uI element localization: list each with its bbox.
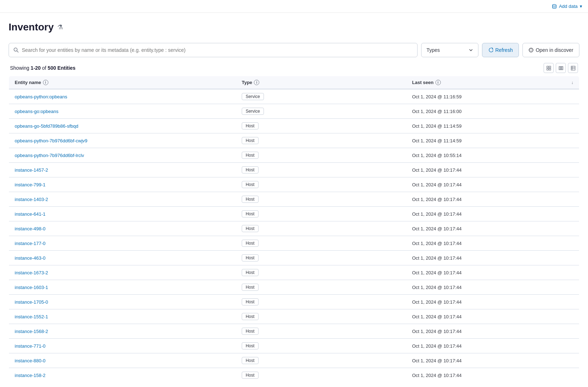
entity-name-info-icon[interactable]: i xyxy=(43,80,48,85)
types-label: Types xyxy=(426,47,440,53)
chevron-down-icon: ▾ xyxy=(580,4,582,9)
entity-name-link[interactable]: instance-1552-1 xyxy=(15,314,48,319)
last-seen-cell: Oct 1, 2024 @ 10:17:44 xyxy=(406,177,565,192)
entity-name-link[interactable]: instance-1457-2 xyxy=(15,167,48,173)
entity-name-link[interactable]: instance-158-2 xyxy=(15,373,45,378)
svg-rect-12 xyxy=(549,68,551,70)
table-row: instance-1403-2HostOct 1, 2024 @ 10:17:4… xyxy=(9,192,579,207)
lastseen-info-icon[interactable]: i xyxy=(435,80,441,85)
entity-name-link[interactable]: instance-771-0 xyxy=(15,343,45,349)
entity-name-link[interactable]: opbeans-go:opbeans xyxy=(15,109,58,114)
top-bar: Add data ▾ xyxy=(0,0,588,13)
entity-name-link[interactable]: instance-641-1 xyxy=(15,211,45,217)
svg-rect-11 xyxy=(547,68,549,70)
entity-name-link[interactable]: instance-1705-0 xyxy=(15,299,48,305)
entity-name-cell: instance-799-1 xyxy=(9,177,236,192)
entity-name-link[interactable]: instance-1673-2 xyxy=(15,270,48,275)
refresh-icon xyxy=(488,48,493,53)
entity-type-cell: Host xyxy=(236,133,406,148)
table-header: Entity name i Type i Last seen i xyxy=(9,76,579,89)
entity-name-link[interactable]: opbeans-python-7b976dd6bf-cwjv9 xyxy=(15,138,87,143)
svg-point-4 xyxy=(531,50,531,50)
showing-prefix: Showing xyxy=(10,65,31,71)
table-row: instance-799-1HostOct 1, 2024 @ 10:17:44 xyxy=(9,177,579,192)
grid-view-button[interactable] xyxy=(544,63,554,73)
entity-name-cell: opbeans-go-5bfd789b86-sfbqd xyxy=(9,119,236,133)
type-badge: Host xyxy=(242,240,259,247)
table-body: opbeans-python:opbeansServiceOct 1, 2024… xyxy=(9,89,579,383)
entity-name-cell: instance-1705-0 xyxy=(9,295,236,309)
search-input[interactable] xyxy=(22,47,413,53)
type-badge: Host xyxy=(242,152,259,159)
entity-name-cell: instance-158-2 xyxy=(9,368,236,383)
entity-type-cell: Host xyxy=(236,368,406,383)
entity-type-cell: Host xyxy=(236,207,406,221)
last-seen-cell: Oct 1, 2024 @ 10:17:44 xyxy=(406,192,565,207)
table-row: instance-1552-1HostOct 1, 2024 @ 10:17:4… xyxy=(9,309,579,324)
table-row: instance-1457-2HostOct 1, 2024 @ 10:17:4… xyxy=(9,163,579,177)
type-badge: Host xyxy=(242,137,259,144)
col-header-sort[interactable]: ↓ xyxy=(565,76,579,89)
search-container[interactable] xyxy=(9,43,418,57)
row-actions-cell xyxy=(565,133,579,148)
table-row: instance-1568-2HostOct 1, 2024 @ 10:17:4… xyxy=(9,324,579,339)
row-actions-cell xyxy=(565,236,579,251)
row-actions-cell xyxy=(565,295,579,309)
entity-type-cell: Host xyxy=(236,265,406,280)
last-seen-cell: Oct 1, 2024 @ 10:17:44 xyxy=(406,339,565,353)
entity-name-link[interactable]: instance-177-0 xyxy=(15,241,45,246)
type-badge: Service xyxy=(242,108,264,115)
add-data-button[interactable]: Add data ▾ xyxy=(552,4,582,9)
list-view-button[interactable] xyxy=(568,63,578,73)
open-in-discover-button[interactable]: Open in discover xyxy=(522,43,579,57)
compass-icon xyxy=(529,48,534,53)
last-seen-cell: Oct 1, 2024 @ 10:17:44 xyxy=(406,324,565,339)
table-row: instance-1673-2HostOct 1, 2024 @ 10:17:4… xyxy=(9,265,579,280)
columns-view-button[interactable] xyxy=(556,63,566,73)
entity-name-link[interactable]: opbeans-python:opbeans xyxy=(15,94,67,99)
main-content: Inventory ⚗ Types Refresh xyxy=(0,13,588,387)
entity-name-link[interactable]: opbeans-go-5bfd789b86-sfbqd xyxy=(15,123,78,129)
type-badge: Host xyxy=(242,166,259,173)
entity-name-link[interactable]: instance-498-0 xyxy=(15,226,45,231)
table-row: instance-158-2HostOct 1, 2024 @ 10:17:44 xyxy=(9,368,579,383)
entity-type-cell: Host xyxy=(236,221,406,236)
columns-icon xyxy=(559,66,563,70)
type-info-icon[interactable]: i xyxy=(254,80,259,85)
showing-of: of xyxy=(41,65,48,71)
entity-name-link[interactable]: opbeans-python-7b976dd6bf-lrclv xyxy=(15,153,84,158)
entity-type-cell: Host xyxy=(236,251,406,265)
last-seen-cell: Oct 1, 2024 @ 10:17:44 xyxy=(406,251,565,265)
table-row: instance-498-0HostOct 1, 2024 @ 10:17:44 xyxy=(9,221,579,236)
entity-name-link[interactable]: instance-799-1 xyxy=(15,182,45,187)
entity-name-link[interactable]: instance-1568-2 xyxy=(15,329,48,334)
entity-name-cell: opbeans-go:opbeans xyxy=(9,104,236,119)
view-controls xyxy=(544,63,578,73)
entity-name-link[interactable]: instance-880-0 xyxy=(15,358,45,363)
table-row: opbeans-go:opbeansServiceOct 1, 2024 @ 1… xyxy=(9,104,579,119)
table-row: instance-463-0HostOct 1, 2024 @ 10:17:44 xyxy=(9,251,579,265)
last-seen-cell: Oct 1, 2024 @ 11:14:59 xyxy=(406,119,565,133)
list-icon xyxy=(571,66,575,70)
types-dropdown[interactable]: Types xyxy=(421,43,478,57)
entity-name-link[interactable]: instance-1603-1 xyxy=(15,285,48,290)
entity-type-cell: Service xyxy=(236,89,406,104)
last-seen-cell: Oct 1, 2024 @ 10:17:44 xyxy=(406,265,565,280)
entity-type-cell: Host xyxy=(236,280,406,295)
entity-type-cell: Host xyxy=(236,353,406,368)
svg-rect-15 xyxy=(562,67,563,70)
refresh-label: Refresh xyxy=(495,47,513,53)
entity-name-link[interactable]: instance-463-0 xyxy=(15,255,45,261)
grid-icon xyxy=(546,66,551,70)
entity-type-cell: Service xyxy=(236,104,406,119)
refresh-button[interactable]: Refresh xyxy=(482,43,519,57)
type-badge: Host xyxy=(242,357,259,364)
table-row: instance-641-1HostOct 1, 2024 @ 10:17:44 xyxy=(9,207,579,221)
col-header-type: Type i xyxy=(236,76,406,89)
row-actions-cell xyxy=(565,119,579,133)
table-row: opbeans-python:opbeansServiceOct 1, 2024… xyxy=(9,89,579,104)
entity-name-cell: instance-641-1 xyxy=(9,207,236,221)
entity-name-link[interactable]: instance-1403-2 xyxy=(15,197,48,202)
last-seen-cell: Oct 1, 2024 @ 10:17:44 xyxy=(406,163,565,177)
svg-rect-10 xyxy=(549,66,551,68)
